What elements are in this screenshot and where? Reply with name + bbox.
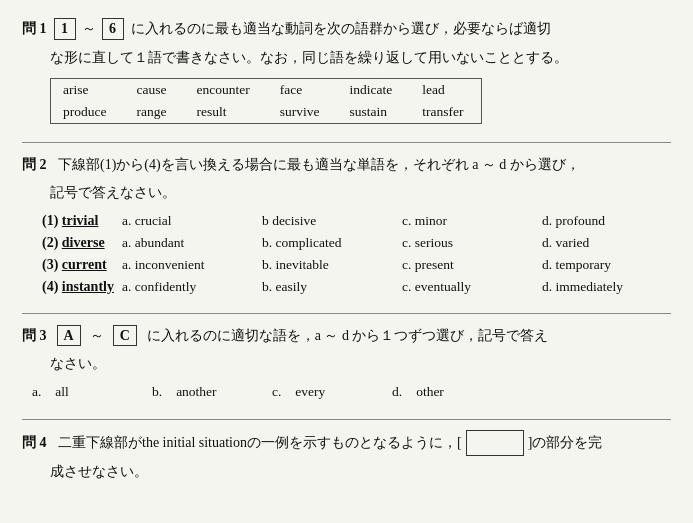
question-4: 問 4 二重下線部がthe initial situationの一例を示すものと… [22,430,671,484]
q2-row-2: (2) diverse a. abundant b. complicated c… [22,235,671,251]
question-2: 問 2 下線部(1)から(4)を言い換える場合に最も適当な単語を，それぞれ a … [22,153,671,295]
q2-opt-4b: b. easily [262,279,402,295]
word-cause: cause [124,79,184,102]
word-produce: produce [51,101,125,124]
q2-options-2: a. abundant b. complicated c. serious d.… [122,235,662,251]
q2-term-1: trivial [62,213,99,228]
word-lead: lead [410,79,482,102]
word-encounter: encounter [184,79,267,102]
word-face: face [268,79,338,102]
q2-term-4: instantly [62,279,114,294]
question-1: 問 1 1 ～ 6 に入れるのに最も適当な動詞を次の語群から選び，必要ならば適切… [22,18,671,124]
q2-row-1: (1) trivial a. crucial b decisive c. min… [22,213,671,229]
q2-opt-1b: b decisive [262,213,402,229]
q1-box1: 1 [54,18,76,40]
q1-box2: 6 [102,18,124,40]
word-indicate: indicate [337,79,410,102]
q2-opt-2a: a. abundant [122,235,262,251]
q3-opt-c: c. every [272,383,392,401]
q3-box-c: C [113,325,137,347]
q1-tilde: ～ [82,18,96,40]
q3-label: 問 3 [22,324,47,348]
q2-options-4: a. confidently b. easily c. eventually d… [122,279,662,295]
divider-2 [22,313,671,314]
q3-opt-a: a. all [32,383,152,401]
q3-opt-b: b. another [152,383,272,401]
table-row: produce range result survive sustain tra… [51,101,482,124]
q2-row-4: (4) instantly a. confidently b. easily c… [22,279,671,295]
q2-opt-3a: a. inconvenient [122,257,262,273]
q3-header: 問 3 A ～ C に入れるのに適切な語を，a ～ d から１つずつ選び，記号で… [22,324,671,348]
q2-opt-3d: d. temporary [542,257,662,273]
q4-header-text: 二重下線部がthe initial situationの一例を示すものとなるよう… [58,435,602,450]
q2-opt-4a: a. confidently [122,279,262,295]
q1-label: 問 1 [22,18,47,40]
word-transfer: transfer [410,101,482,124]
q1-word-table: arise cause encounter face indicate lead… [50,78,482,124]
q1-instruction2: な形に直して１語で書きなさい。なお，同じ語を繰り返して用いないこととする。 [22,46,671,70]
q3-box-c-wrapper: C [110,324,140,348]
table-row: arise cause encounter face indicate lead [51,79,482,102]
q2-num-1: (1) trivial [42,213,122,229]
q1-header: 問 1 1 ～ 6 に入れるのに最も適当な動詞を次の語群から選び，必要ならば適切 [22,18,671,40]
q2-num-label-2: (2) [42,235,62,250]
q2-opt-2d: d. varied [542,235,662,251]
q2-header-text: 下線部(1)から(4)を言い換える場合に最も適当な単語を，それぞれ a ～ d … [58,157,580,172]
q4-bracket [466,430,524,456]
q2-row-3: (3) current a. inconvenient b. inevitabl… [22,257,671,273]
q2-opt-1a: a. crucial [122,213,262,229]
q2-header: 問 2 下線部(1)から(4)を言い換える場合に最も適当な単語を，それぞれ a … [22,153,671,177]
word-survive: survive [268,101,338,124]
q1-instruction1: に入れるのに最も適当な動詞を次の語群から選び，必要ならば適切 [131,18,551,40]
q2-opt-1c: c. minor [402,213,542,229]
q2-opt-2b: b. complicated [262,235,402,251]
q2-opt-1d: d. profound [542,213,662,229]
q2-num-label-1: (1) [42,213,62,228]
q2-opt-2c: c. serious [402,235,542,251]
q2-opt-4c: c. eventually [402,279,542,295]
q2-num-label-4: (4) [42,279,62,294]
q2-options-1: a. crucial b decisive c. minor d. profou… [122,213,662,229]
q2-opt-3c: c. present [402,257,542,273]
divider-3 [22,419,671,420]
q4-note: 成させなさい。 [22,460,671,484]
word-range: range [124,101,184,124]
divider-1 [22,142,671,143]
q2-opt-3b: b. inevitable [262,257,402,273]
q3-options: a. all b. another c. every d. other [22,383,671,401]
q2-opt-4d: d. immediately [542,279,662,295]
word-arise: arise [51,79,125,102]
q3-header-text: に入れるのに適切な語を，a ～ d から１つずつ選び，記号で答え [147,324,549,348]
q2-options-3: a. inconvenient b. inevitable c. present… [122,257,662,273]
q3-opt-d: d. other [392,383,512,401]
q4-header: 問 4 二重下線部がthe initial situationの一例を示すものと… [22,430,671,456]
q3-note: なさい。 [22,352,671,376]
q2-num-4: (4) instantly [42,279,122,295]
q2-num-2: (2) diverse [42,235,122,251]
question-3: 問 3 A ～ C に入れるのに適切な語を，a ～ d から１つずつ選び，記号で… [22,324,671,402]
q2-note: 記号で答えなさい。 [22,181,671,205]
q2-num-label-3: (3) [42,257,62,272]
q2-num-3: (3) current [42,257,122,273]
q3-tilde: ～ [90,324,104,348]
q2-term-2: diverse [62,235,105,250]
q2-term-3: current [62,257,107,272]
q3-box-a: A [57,325,81,347]
word-result: result [184,101,267,124]
q4-label: 問 4 [22,435,47,450]
word-sustain: sustain [337,101,410,124]
q2-label: 問 2 [22,157,47,172]
q3-box-a-wrapper: A [54,324,84,348]
